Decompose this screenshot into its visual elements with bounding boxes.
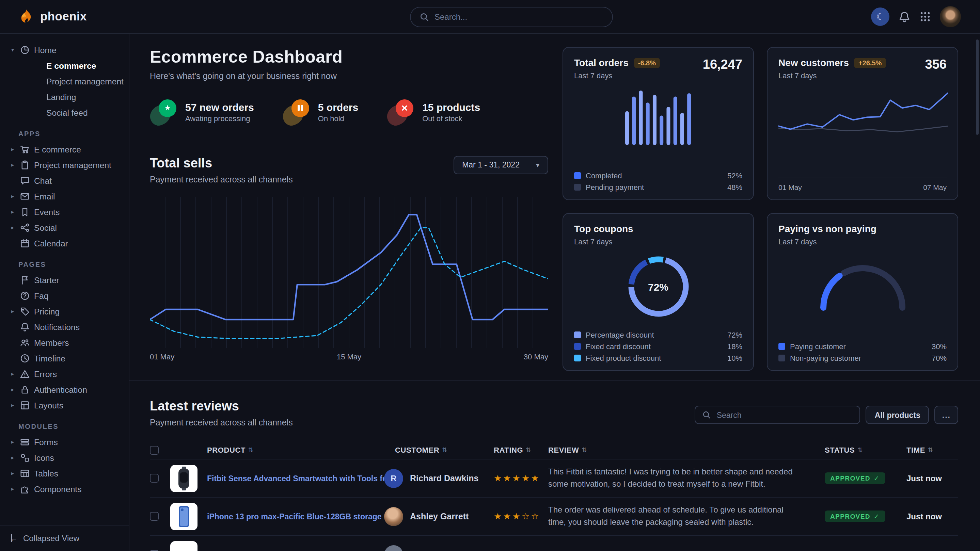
brand[interactable]: phoenix <box>0 8 87 25</box>
card-period: Last 7 days <box>778 71 886 79</box>
change-badge: +26.5% <box>854 57 886 68</box>
more-options-button[interactable]: ... <box>935 406 958 424</box>
legend-item-non-paying-customer: Non-paying customer70% <box>778 354 947 362</box>
product-link[interactable]: iPhone 13 pro max-Pacific Blue-128GB sto… <box>207 512 382 520</box>
sidebar-item-label: Members <box>34 338 69 348</box>
bell-icon <box>898 11 910 23</box>
sidebar-item-label: Forms <box>34 437 58 447</box>
column-header-rating[interactable]: RATING⇅ <box>494 446 548 454</box>
stat-out-of-stock: ×15 productsOut of stock <box>387 99 480 126</box>
card-title: New customers <box>778 57 849 68</box>
caret-right-icon: ▸ <box>10 486 16 492</box>
collapse-icon: ← <box>11 533 18 543</box>
sidebar-item-label: Events <box>34 207 60 217</box>
collapse-label: Collapsed View <box>23 533 80 543</box>
legend-value: 72% <box>727 331 742 339</box>
column-header-customer[interactable]: CUSTOMER⇅ <box>384 446 494 454</box>
sidebar-item-social[interactable]: ▸Social <box>0 220 129 235</box>
stat-art: × <box>387 99 414 126</box>
column-header-review[interactable]: REVIEW⇅ <box>548 446 821 454</box>
sidebar-item-events[interactable]: ▸Events <box>0 204 129 220</box>
theme-toggle-button[interactable]: ☾ <box>871 8 889 26</box>
date-range-select[interactable]: Mar 1 - 31, 2022 ▾ <box>453 156 548 174</box>
sidebar-item-e-commerce[interactable]: E commerce <box>0 58 129 73</box>
sidebar-item-landing[interactable]: Landing <box>0 89 129 105</box>
sidebar-item-authentication[interactable]: ▸Authentication <box>0 382 129 397</box>
legend-value: 52% <box>727 171 742 180</box>
sidebar-item-notifications[interactable]: Notifications <box>0 319 129 335</box>
sidebar-item-icons[interactable]: ▸Icons <box>0 450 129 465</box>
sort-icon: ⇅ <box>248 446 254 453</box>
navbar-search[interactable] <box>410 7 613 27</box>
top-coupons-legend: Percentage discount72%Fixed card discoun… <box>574 331 742 362</box>
row-checkbox[interactable] <box>150 474 159 483</box>
column-header-status[interactable]: STATUS⇅ <box>821 446 906 454</box>
legend-label: Non-paying customer <box>790 354 861 362</box>
legend-color-swatch <box>574 332 581 338</box>
sidebar-item-forms[interactable]: ▸Forms <box>0 434 129 450</box>
product-link[interactable]: Fitbit Sense Advanced Smartwatch with To… <box>207 474 384 482</box>
legend-color-swatch <box>574 184 581 191</box>
lock-icon <box>20 384 30 395</box>
apps-grid-button[interactable] <box>920 11 931 22</box>
sidebar-item-chat[interactable]: Chat <box>0 173 129 189</box>
sidebar-item-social-feed[interactable]: Social feed <box>0 105 129 121</box>
navbar-search-input[interactable] <box>434 12 603 22</box>
sidebar-item-email[interactable]: ▸Email <box>0 189 129 204</box>
app-root: phoenix ☾ ▾HomeE commerceProject managem… <box>0 0 980 551</box>
stat-text: 5 ordersOn hold <box>318 102 358 123</box>
reviews-search-input[interactable] <box>717 411 853 419</box>
customer-name: Richard Dawkins <box>410 473 479 483</box>
sidebar: ▾HomeE commerceProject managementLanding… <box>0 34 129 551</box>
chevron-down-icon: ▾ <box>536 161 539 169</box>
sort-icon: ⇅ <box>582 446 587 453</box>
sidebar-item-members[interactable]: Members <box>0 335 129 351</box>
sidebar-item-tables[interactable]: ▸Tables <box>0 465 129 481</box>
sidebar-item-errors[interactable]: ▸Errors <box>0 366 129 382</box>
select-all-checkbox[interactable] <box>150 446 159 454</box>
overview-left-column: Ecommerce Dashboard Here's what's going … <box>150 47 548 381</box>
legend-label: Paying customer <box>790 342 846 351</box>
column-header-time[interactable]: TIME⇅ <box>906 446 958 454</box>
column-header-product[interactable]: PRODUCT⇅ <box>170 446 384 454</box>
sidebar-item-e-commerce[interactable]: ▸E commerce <box>0 141 129 157</box>
sidebar-item-components[interactable]: ▸Components <box>0 481 129 497</box>
sidebar-item-home[interactable]: ▾Home <box>0 42 129 58</box>
stat-caption: Out of stock <box>422 115 480 123</box>
sidebar-item-starter[interactable]: Starter <box>0 272 129 288</box>
sidebar-item-project-management[interactable]: ▸Project management <box>0 157 129 173</box>
user-avatar[interactable] <box>940 6 961 27</box>
donut-center-value: 72% <box>625 254 691 319</box>
checkbox-cell <box>150 446 170 454</box>
row-checkbox[interactable] <box>150 512 159 521</box>
caret-right-icon: ▸ <box>10 455 16 461</box>
sidebar-item-label: Components <box>34 484 81 494</box>
sidebar-item-calendar[interactable]: Calendar <box>0 235 129 251</box>
sidebar-item-faq[interactable]: Faq <box>0 288 129 303</box>
sidebar-item-label: Project management <box>34 160 111 170</box>
sidebar-item-layouts[interactable]: ▸Layouts <box>0 397 129 413</box>
sidebar-item-pricing[interactable]: ▸Pricing <box>0 303 129 319</box>
caret-right-icon: ▸ <box>10 470 16 476</box>
puzzle-icon <box>20 484 30 494</box>
review-time: Just now <box>906 511 958 521</box>
stat-art: ★ <box>150 99 177 126</box>
sidebar-item-project-management[interactable]: Project management <box>0 73 129 89</box>
product-cell: iPhone 13 pro max-Pacific Blue-128GB sto… <box>170 503 384 530</box>
sidebar-nav: ▾HomeE commerceProject managementLanding… <box>0 42 129 497</box>
collapse-sidebar-toggle[interactable]: ← Collapsed View <box>0 524 129 551</box>
caret-right-icon: ▸ <box>10 162 16 168</box>
stat-text: 15 productsOut of stock <box>422 102 480 123</box>
page-subtitle: Here's what's going on at your business … <box>150 71 548 81</box>
sidebar-item-label: Chat <box>34 176 52 186</box>
customer-cell: RRichard Dawkins <box>384 468 494 488</box>
sort-icon: ⇅ <box>858 446 863 453</box>
reviews-search[interactable] <box>695 406 861 424</box>
stat-caption: Awating processing <box>185 115 254 123</box>
caret-down-icon: ▾ <box>10 47 16 53</box>
all-products-button[interactable]: All products <box>866 406 929 424</box>
card-period: Last 7 days <box>778 238 877 246</box>
sidebar-item-timeline[interactable]: Timeline <box>0 351 129 366</box>
page-scrollbar[interactable] <box>976 40 978 135</box>
notifications-button[interactable] <box>898 11 910 23</box>
